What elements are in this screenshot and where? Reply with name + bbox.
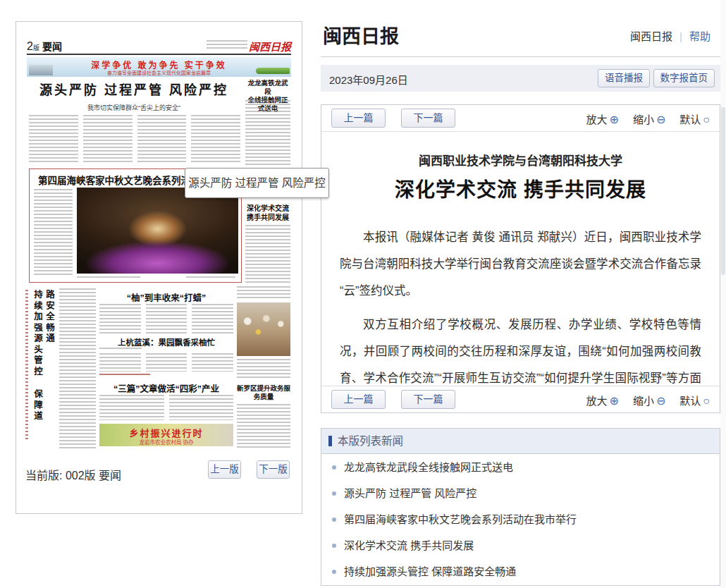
masthead-logo: 闽西日报: [249, 39, 291, 54]
simulated-text: [99, 348, 142, 350]
simulated-text: [237, 286, 290, 300]
list-item[interactable]: 持续加强源头管控 保障道路安全畅通: [321, 558, 720, 584]
newspaper-page-header: 2版要闻 闽西日报: [27, 39, 291, 53]
nav-site-link[interactable]: 闽西日报: [630, 30, 672, 42]
headline-academic-exchange[interactable]: 深化学术交流 携手共同发展: [245, 204, 290, 222]
simulated-text-columns: [99, 304, 233, 333]
next-article-button[interactable]: 下一篇: [401, 109, 455, 128]
header-rule: [27, 54, 291, 55]
simulated-text: [186, 276, 235, 280]
article-title: 深化学术交流 携手共同发展: [340, 174, 701, 202]
simulated-text: [237, 359, 290, 380]
simulated-text: [192, 353, 233, 372]
banner2-subtitle: 龙岩市农业农村局 协办: [99, 438, 233, 446]
simulated-text: [99, 304, 141, 333]
list-item[interactable]: 龙龙高铁龙武段全线接触网正式送电: [321, 454, 720, 480]
bullet-icon: [332, 491, 336, 496]
header-divider: [321, 56, 720, 57]
simulated-text: [25, 290, 28, 441]
simulated-text: [99, 395, 164, 420]
list-item[interactable]: 第四届海峡客家中秋文艺晚会系列活动在我市举行: [321, 506, 720, 532]
next-edition-button[interactable]: 下一版: [257, 460, 290, 479]
font-size-controls: 放大⊕ 缩小⊖ 默认○: [586, 386, 710, 413]
next-article-button[interactable]: 下一篇: [401, 390, 455, 409]
simulated-text: [237, 404, 290, 449]
simulated-text: [29, 115, 78, 164]
scrollbar-thumb[interactable]: [721, 107, 725, 275]
digital-paper-home-button[interactable]: 数字报首页: [653, 69, 715, 87]
zoom-default-icon: ○: [703, 395, 710, 407]
simulated-text: [146, 353, 187, 372]
newspaper-thumbnail[interactable]: 2版要闻 闽西日报 深学争优 敢为争先 实干争效 奋力谱写全面建设社会主义现代化…: [25, 35, 293, 453]
gala-stage-photo: [77, 188, 238, 274]
zoom-out-control[interactable]: 缩小⊖: [633, 393, 665, 408]
page-number-suffix: 版: [33, 44, 39, 51]
rural-revitalization-banner: 乡村振兴进行时 龙岩市农业农村局 协办: [99, 424, 233, 446]
article-panel: 上一篇 下一篇 放大⊕ 缩小⊖ 默认○ 闽西职业技术学院与台湾朝阳科技大学 深化…: [321, 104, 720, 413]
article-paragraph: 双方互相介绍了学校概况、发展历程、办学业绩、学校特色等情况，并回顾了两校间的交往…: [340, 311, 701, 386]
zoom-in-icon: ⊕: [609, 395, 618, 407]
simulated-text: [77, 276, 140, 280]
article-paragraph: 本报讯（融媒体记者 黄俊 通讯员 郑献兴）近日，闽西职业技术学院与台湾朝阳科技大…: [340, 223, 701, 304]
zoom-default-icon: ○: [703, 114, 710, 125]
headline-main[interactable]: 源头严防 过程严管 风险严控: [27, 80, 241, 98]
newspaper-panel: 2版要闻 闽西日报 深学争优 敢为争先 实干争效 奋力谱写全面建设社会主义现代化…: [16, 21, 302, 514]
list-panel-header: 本版列表新闻: [321, 429, 720, 454]
zoom-out-icon: ⊖: [656, 114, 665, 125]
headline-industry[interactable]: “三篇”文章做活“四彩”产业: [99, 381, 233, 395]
zoom-in-control[interactable]: 放大⊕: [586, 111, 618, 126]
headline-xinluo-service[interactable]: 新罗区提升政务服务质量: [237, 384, 290, 401]
banner-subtitle: 奋力谱写全面建设社会主义现代化国家龙岩篇章: [27, 69, 291, 76]
top-nav: 闽西日报|帮助: [630, 28, 710, 43]
previous-edition-button[interactable]: 上一版: [208, 460, 241, 479]
bullet-icon: [332, 544, 336, 548]
simulated-text-columns: [99, 353, 233, 372]
list-item[interactable]: 深化学术交流 携手共同发展: [321, 532, 720, 558]
page-news-list-panel: 本版列表新闻 龙龙高铁龙武段全线接触网正式送电 源头严防 过程严管 风险严控 第…: [321, 428, 720, 586]
nav-help-link[interactable]: 帮助: [689, 30, 710, 42]
zoom-default-control[interactable]: 默认○: [679, 393, 710, 408]
slogan-banner: 深学争优 敢为争先 实干争效 奋力谱写全面建设社会主义现代化国家龙岩篇章: [27, 57, 291, 77]
font-size-controls: 放大⊕ 缩小⊖ 默认○: [586, 105, 710, 132]
zoom-default-control[interactable]: 默认○: [679, 111, 710, 126]
issue-date: 2023年09月26日: [329, 72, 408, 87]
headline-orchard[interactable]: 上杭蓝溪：果园飘香采柚忙: [99, 336, 233, 348]
article-supertitle: 闽西职业技术学院与台湾朝阳科技大学: [340, 151, 701, 169]
family-activity-photo: [237, 302, 290, 356]
headline-pomelo[interactable]: “柚”到丰收来“打蜡”: [99, 290, 233, 304]
list-panel-title: 本版列表新闻: [338, 435, 403, 447]
zoom-out-icon: ⊖: [656, 395, 665, 407]
news-list: 龙龙高铁龙武段全线接触网正式送电 源头严防 过程严管 风险严控 第四届海峡客家中…: [321, 454, 720, 584]
current-edition-label: 当前版: 002版 要闻: [25, 466, 121, 483]
simulated-text: [146, 304, 187, 333]
simulated-text: [245, 100, 290, 165]
headline-road-safety-vertical[interactable]: 持续加强源头管控 保障道路安全畅通: [31, 290, 56, 428]
list-item[interactable]: 源头严防 过程严管 风险严控: [321, 480, 720, 506]
nav-separator: |: [679, 30, 682, 42]
zoom-out-control[interactable]: 缩小⊖: [633, 111, 665, 126]
simulated-text: [137, 115, 187, 164]
bullet-icon: [332, 465, 336, 470]
simulated-text: [59, 288, 96, 451]
simulated-text: [34, 189, 73, 276]
simulated-text: [191, 115, 240, 164]
digital-newspaper-page: 2版要闻 闽西日报 深学争优 敢为争先 实干争效 奋力谱写全面建设社会主义现代化…: [0, 0, 726, 588]
header-accent-bar: [328, 436, 332, 446]
article-body[interactable]: 闽西职业技术学院与台湾朝阳科技大学 深化学术交流 携手共同发展 本报讯（融媒体记…: [321, 133, 720, 386]
headline-tooltip: 源头严防 过程严管 风险严控: [185, 168, 329, 198]
headline-main-subtitle: 我市切实保障群众“舌尖上的安全”: [27, 103, 241, 112]
voice-broadcast-button[interactable]: 语音播报: [598, 69, 650, 87]
page-number: 2: [27, 40, 33, 52]
article-toolbar-bottom: 上一篇 下一篇 放大⊕ 缩小⊖ 默认○: [321, 386, 720, 412]
date-bar: 2023年09月26日 语音播报 数字报首页: [321, 65, 720, 92]
zoom-in-control[interactable]: 放大⊕: [586, 393, 618, 408]
previous-article-button[interactable]: 上一篇: [331, 390, 386, 409]
simulated-text: [99, 353, 141, 372]
section-name: 要闻: [42, 41, 62, 52]
page-scrollbar[interactable]: [720, 0, 726, 588]
bullet-icon: [332, 517, 336, 522]
simulated-text: [169, 395, 234, 420]
simulated-text-columns: [29, 115, 240, 164]
previous-article-button[interactable]: 上一篇: [331, 109, 386, 128]
simulated-text: [99, 374, 150, 377]
